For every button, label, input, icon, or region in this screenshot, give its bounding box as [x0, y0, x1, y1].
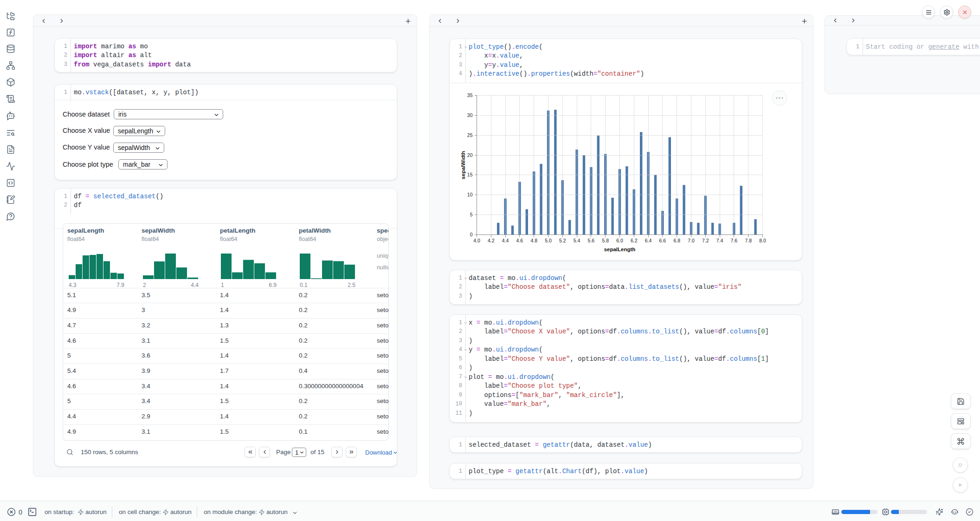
svg-text:4.6: 4.6 — [516, 238, 523, 243]
svg-text:4.8: 4.8 — [530, 238, 537, 243]
svg-text:sepalWidth: sepalWidth — [460, 151, 466, 179]
svg-text:7.6: 7.6 — [731, 238, 738, 243]
svg-text:4.0: 4.0 — [473, 238, 480, 243]
svg-text:5.0: 5.0 — [545, 238, 552, 243]
svg-text:5.8: 5.8 — [602, 238, 609, 243]
svg-text:7.4: 7.4 — [716, 238, 723, 243]
svg-text:5: 5 — [470, 212, 473, 217]
svg-text:5.4: 5.4 — [574, 238, 580, 243]
svg-text:0: 0 — [470, 232, 473, 237]
svg-text:6.0: 6.0 — [616, 238, 623, 243]
svg-text:7.0: 7.0 — [688, 238, 695, 243]
svg-text:20: 20 — [467, 152, 473, 158]
svg-text:4.2: 4.2 — [488, 238, 495, 243]
svg-text:4.4: 4.4 — [502, 238, 509, 243]
svg-text:6.8: 6.8 — [673, 238, 680, 243]
svg-text:6.4: 6.4 — [645, 238, 652, 243]
svg-text:6.6: 6.6 — [659, 238, 666, 243]
svg-text:25: 25 — [467, 132, 473, 138]
svg-text:30: 30 — [467, 112, 473, 118]
svg-text:5.2: 5.2 — [559, 238, 566, 243]
svg-text:15: 15 — [467, 172, 473, 177]
svg-text:7.8: 7.8 — [745, 238, 752, 243]
svg-text:5.6: 5.6 — [588, 238, 595, 243]
svg-text:7.2: 7.2 — [702, 238, 709, 243]
svg-text:6.2: 6.2 — [631, 238, 638, 243]
svg-text:8.0: 8.0 — [759, 238, 766, 243]
svg-text:10: 10 — [467, 192, 473, 197]
svg-text:35: 35 — [467, 92, 473, 98]
svg-text:sepalLength: sepalLength — [604, 247, 636, 252]
